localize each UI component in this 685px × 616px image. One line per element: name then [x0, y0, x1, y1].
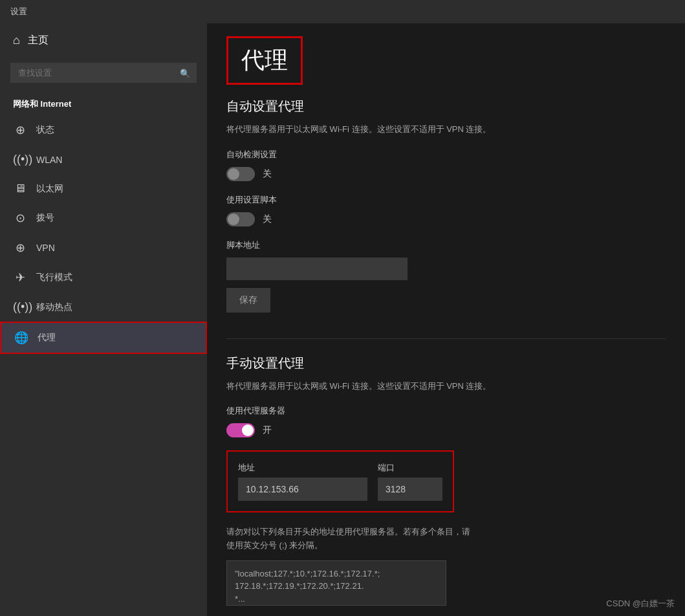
manual-section-desc: 将代理服务器用于以太网或 Wi-Fi 连接。这些设置不适用于 VPN 连接。 — [226, 380, 666, 393]
exception-textarea[interactable]: "localhost;127.*;10.*;172.16.*;172.17.*;… — [226, 560, 446, 606]
content-area: 代理 自动设置代理 将代理服务器用于以太网或 Wi-Fi 连接。这些设置不适用于… — [207, 23, 685, 616]
auto-detect-label: 自动检测设置 — [226, 149, 666, 160]
sidebar-item-label: 移动热点 — [36, 302, 72, 313]
sidebar-item-ethernet[interactable]: 🖥 以太网 — [0, 174, 207, 203]
sidebar-home[interactable]: ⌂ 主页 — [0, 23, 207, 58]
ethernet-icon: 🖥 — [13, 182, 27, 195]
script-address-label: 脚本地址 — [226, 239, 666, 251]
exception-desc: 请勿对以下列条目开头的地址使用代理服务器。若有多个条目，请使用英文分号 (;) … — [226, 525, 472, 553]
main-layout: ⌂ 主页 🔍 网络和 Internet ⊕ 状态 ((•)) WLAN 🖥 以太… — [0, 23, 685, 616]
home-icon: ⌂ — [13, 34, 20, 47]
use-script-toggle[interactable] — [226, 212, 255, 226]
home-label: 主页 — [28, 34, 49, 47]
proxy-icon: 🌐 — [14, 331, 28, 345]
address-port-container: 地址 端口 — [226, 450, 454, 512]
search-box: 🔍 — [10, 63, 197, 83]
status-icon: ⊕ — [13, 123, 27, 137]
auto-detect-toggle[interactable] — [226, 167, 255, 181]
page-title-box: 代理 — [226, 36, 303, 85]
hotspot-icon: ((•)) — [13, 300, 27, 314]
manual-section-title: 手动设置代理 — [226, 355, 666, 372]
use-script-state: 关 — [263, 214, 272, 225]
sidebar-item-hotspot[interactable]: ((•)) 移动热点 — [0, 292, 207, 322]
address-label: 地址 — [238, 462, 367, 474]
page-title: 代理 — [241, 47, 288, 73]
sidebar-item-label: 代理 — [38, 332, 56, 344]
sidebar-item-status[interactable]: ⊕ 状态 — [0, 115, 207, 145]
auto-save-button[interactable]: 保存 — [226, 288, 270, 313]
search-input[interactable] — [10, 63, 197, 83]
content-body: 自动设置代理 将代理服务器用于以太网或 Wi-Fi 连接。这些设置不适用于 VP… — [207, 98, 685, 616]
sidebar-item-label: 拨号 — [36, 212, 54, 224]
topbar-title: 设置 — [10, 6, 27, 17]
sidebar-section-label: 网络和 Internet — [0, 88, 207, 115]
section-divider — [226, 338, 666, 339]
sidebar-item-wlan[interactable]: ((•)) WLAN — [0, 145, 207, 174]
airplane-icon: ✈ — [13, 270, 27, 285]
auto-detect-state: 关 — [263, 168, 272, 180]
sidebar-item-label: 飞行模式 — [36, 272, 72, 283]
port-field-group: 端口 — [378, 462, 442, 501]
top-bar: 设置 — [0, 0, 685, 23]
use-proxy-state: 开 — [263, 424, 272, 436]
sidebar-item-label: 状态 — [36, 124, 54, 136]
search-icon: 🔍 — [180, 68, 190, 78]
sidebar-item-vpn[interactable]: ⊕ VPN — [0, 233, 207, 263]
port-input[interactable] — [378, 478, 442, 501]
use-script-row: 关 — [226, 212, 666, 226]
watermark: CSDN @白嫖一茶 — [606, 598, 675, 610]
auto-section-title: 自动设置代理 — [226, 98, 666, 115]
auto-section-desc: 将代理服务器用于以太网或 Wi-Fi 连接。这些设置不适用于 VPN 连接。 — [226, 123, 666, 136]
script-address-input[interactable] — [226, 258, 408, 280]
wlan-icon: ((•)) — [13, 153, 27, 166]
sidebar-item-label: 以太网 — [36, 183, 63, 195]
use-proxy-label: 使用代理服务器 — [226, 405, 666, 417]
address-input[interactable] — [238, 478, 367, 501]
sidebar-item-label: VPN — [36, 243, 55, 253]
use-script-label: 使用设置脚本 — [226, 194, 666, 206]
use-proxy-row: 开 — [226, 423, 666, 437]
address-field-group: 地址 — [238, 462, 367, 501]
sidebar-item-airplane[interactable]: ✈ 飞行模式 — [0, 263, 207, 292]
use-proxy-toggle[interactable] — [226, 423, 255, 437]
port-label: 端口 — [378, 462, 442, 474]
vpn-icon: ⊕ — [13, 241, 27, 255]
auto-detect-row: 关 — [226, 167, 666, 181]
dialup-icon: ⊙ — [13, 211, 27, 225]
sidebar-item-proxy[interactable]: 🌐 代理 — [0, 322, 207, 354]
sidebar: ⌂ 主页 🔍 网络和 Internet ⊕ 状态 ((•)) WLAN 🖥 以太… — [0, 23, 207, 616]
sidebar-item-dialup[interactable]: ⊙ 拨号 — [0, 203, 207, 233]
sidebar-item-label: WLAN — [36, 155, 62, 165]
address-port-row: 地址 端口 — [238, 462, 442, 501]
